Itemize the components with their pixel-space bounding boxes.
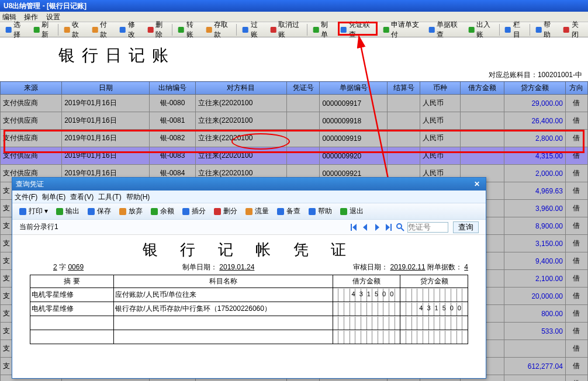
svg-rect-14 [469, 26, 475, 32]
dialog-menu-item[interactable]: 工具(T) [98, 193, 121, 201]
transfer-button[interactable]: 转账 [174, 23, 201, 36]
column-header[interactable]: 币种 [420, 82, 461, 95]
refresh-button[interactable]: 刷新 [30, 23, 57, 36]
table-row[interactable]: 支付供应商2019年01月16日银-0081立往来(22020100000000… [1, 112, 588, 130]
column-header[interactable]: 贷方金额 [504, 82, 565, 95]
svg-rect-1 [33, 26, 39, 32]
dlg-tbtn-4[interactable]: 余额 [147, 205, 177, 218]
tb-label: 修改 [128, 20, 140, 40]
column-header[interactable]: 来源 [1, 82, 62, 95]
dlg-tbtn-1[interactable]: 输出 [52, 205, 82, 218]
dialog-menu-item[interactable]: 文件(F) [15, 193, 37, 201]
tb-label: 删除 [155, 20, 167, 40]
post-button[interactable]: 过账 [238, 23, 265, 36]
columns-button[interactable]: 栏目 [501, 23, 528, 36]
table-row[interactable]: 支付供应商2019年01月16日银-0083立往来(22020100000000… [1, 147, 588, 165]
help-button[interactable]: 帮助 [532, 23, 559, 36]
tb-label: 选择 [13, 20, 25, 40]
voucher-link-button[interactable]: 凭证联查 [337, 23, 375, 36]
dlg-tbtn-6[interactable]: 删分 [210, 205, 240, 218]
dlg-icon [339, 207, 348, 216]
transfer-icon [177, 25, 185, 34]
svg-rect-16 [536, 26, 542, 32]
column-header[interactable]: 对方科目 [195, 82, 286, 95]
menu-operate[interactable]: 操作 [24, 13, 38, 21]
cell: 借 [565, 270, 587, 288]
column-header[interactable]: 方向 [565, 82, 587, 95]
dialog-close-button[interactable]: ✕ [472, 178, 482, 190]
voucher-row [30, 330, 468, 344]
dlg-tbtn-2[interactable]: 保存 [84, 205, 114, 218]
cell: 9,400.00 [504, 252, 565, 270]
table-row[interactable]: 支付供应商2019年01月16日银-0082立往来(22020100000000… [1, 130, 588, 147]
dlg-tbtn-5[interactable]: 插分 [178, 205, 209, 218]
cell [387, 95, 420, 112]
make-button[interactable]: 制单 [309, 23, 336, 36]
dlg-icon [118, 207, 127, 216]
dialog-menu-item[interactable]: 制单(E) [42, 193, 65, 201]
dialog-menu-item[interactable]: 查看(V) [70, 193, 94, 201]
column-header[interactable]: 结算号 [387, 82, 420, 95]
search-icon[interactable] [396, 223, 405, 232]
pay-button[interactable]: 付款 [88, 23, 115, 36]
last-icon[interactable] [384, 223, 393, 232]
dlg-tbtn-8[interactable]: 备查 [273, 205, 303, 218]
cell: 借 [565, 252, 587, 270]
cell [30, 316, 114, 330]
column-header[interactable]: 日期 [62, 82, 150, 95]
dlg-tbtn-7[interactable]: 流量 [241, 205, 272, 218]
receipt-button[interactable]: 收款 [60, 23, 87, 36]
dlg-tbtn-9[interactable]: 帮助 [305, 205, 335, 218]
first-icon[interactable] [349, 223, 358, 232]
select-button[interactable]: 选择 [2, 23, 29, 36]
dlg-tbtn-10[interactable]: 退出 [336, 205, 366, 218]
cell: 2,100.00 [504, 270, 565, 288]
svg-rect-7 [206, 26, 212, 32]
edit-button[interactable]: 修改 [116, 23, 143, 36]
cell: 立往来(22020100 [195, 130, 286, 147]
apply-pay-button[interactable]: 申请单支付 [379, 23, 424, 36]
make-date: 2019.01.24 [219, 263, 254, 271]
dialog-menu-item[interactable]: 帮助(H) [126, 193, 150, 201]
close-button[interactable]: 关闭 [559, 23, 586, 36]
cell: 立往来(22020100 [195, 112, 286, 130]
table-row[interactable]: 支付供应商2019年01月16日银-0080立往来(22020100000000… [1, 95, 588, 112]
voucher-search-input[interactable] [407, 222, 448, 233]
unpost-button[interactable]: 取消过账 [267, 23, 305, 36]
next-icon[interactable] [372, 223, 382, 232]
svg-rect-27 [277, 208, 284, 215]
page-title: 银行日记账 [0, 37, 588, 70]
dlg-tbtn-0[interactable]: 打印 ▾ [15, 205, 51, 218]
cell: 8,900.00 [504, 217, 565, 235]
voucher-col: 贷方金额 [400, 275, 468, 288]
dlg-tbtn-3[interactable]: 放弃 [115, 205, 146, 218]
withdraw-button[interactable]: 存取款 [202, 23, 235, 36]
prev-icon[interactable] [361, 223, 370, 232]
delete-button[interactable]: 删除 [144, 23, 171, 36]
cell: 人民币 [420, 130, 461, 147]
column-header[interactable]: 出纳编号 [150, 82, 196, 95]
column-header[interactable]: 单据编号 [320, 82, 387, 95]
column-header[interactable]: 借方金额 [460, 82, 504, 95]
cell: 支付供应商 [1, 147, 62, 165]
doc-link-button[interactable]: 单据联查 [425, 23, 464, 36]
cell [287, 130, 320, 147]
cell: 2,000.00 [504, 165, 565, 182]
cell: 银-0080 [150, 95, 196, 112]
sub-info: 对应总账科目：100201001-中 [0, 70, 588, 81]
dlg-icon [276, 207, 285, 216]
make-date-label: 制单日期： [182, 263, 217, 271]
cell [504, 340, 565, 358]
svg-rect-19 [19, 208, 26, 215]
cell: 0000009919 [320, 130, 387, 147]
dlg-icon [244, 207, 254, 216]
tb-label: 栏目 [513, 20, 525, 40]
query-button[interactable]: 查询 [453, 221, 479, 233]
cell: 431500 [400, 302, 468, 316]
voucher-link-icon [340, 25, 347, 34]
import-button[interactable]: 出入账 [465, 23, 497, 36]
cell: 2019年01月16日 [62, 130, 150, 147]
tb-label: 刷新 [41, 20, 53, 40]
cell [400, 330, 468, 344]
column-header[interactable]: 凭证号 [287, 82, 320, 95]
